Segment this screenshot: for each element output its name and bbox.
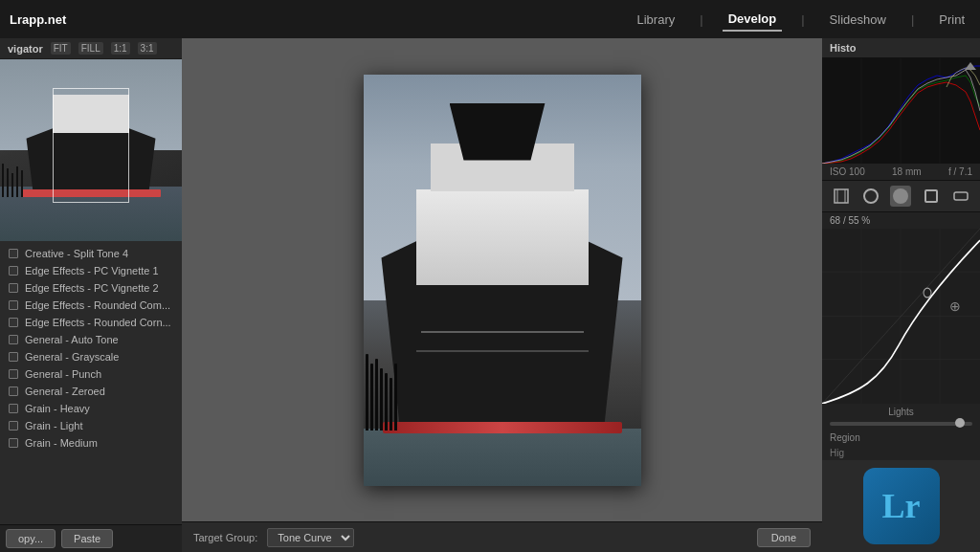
lights-track[interactable] <box>830 422 972 426</box>
spot-removal-icon[interactable] <box>860 186 881 207</box>
list-item[interactable]: Edge Effects - Rounded Com... <box>0 297 182 314</box>
list-item[interactable]: General - Grayscale <box>0 348 182 365</box>
preset-icon <box>8 248 19 259</box>
zoom-3-1[interactable]: 3:1 <box>138 42 157 55</box>
histogram-area <box>822 58 980 164</box>
lights-thumb[interactable] <box>955 418 965 428</box>
nav-tabs: Library | Develop | Slideshow | Print <box>632 8 971 32</box>
list-item[interactable]: Grain - Heavy <box>0 400 182 417</box>
aperture-value: f / 7.1 <box>948 166 972 177</box>
target-label: Target Group: <box>193 532 257 543</box>
top-bar: Lrapp.net Library | Develop | Slideshow … <box>0 0 980 38</box>
navigator-image <box>0 59 182 241</box>
photo-water <box>364 429 641 486</box>
tone-percent: 68 / 55 % <box>822 212 980 229</box>
preset-icon <box>8 265 19 276</box>
preset-icon <box>8 386 19 397</box>
main-image-area[interactable] <box>182 38 822 521</box>
zoom-fill[interactable]: FILL <box>78 42 103 55</box>
list-item[interactable]: General - Zeroed <box>0 383 182 400</box>
list-item[interactable]: Creative - Split Tone 4 <box>0 245 182 262</box>
svg-rect-7 <box>954 192 968 200</box>
histogram-title: Histo <box>822 38 980 58</box>
preset-icon <box>8 334 19 345</box>
nav-sep-3: | <box>911 12 914 27</box>
photo-red-stripe <box>383 422 622 433</box>
clipping-warning-icon[interactable] <box>965 62 976 70</box>
list-item[interactable]: Grain - Light <box>0 417 182 434</box>
target-bar: Target Group: Tone Curve Done <box>182 521 822 552</box>
list-item[interactable]: Edge Effects - PC Vignette 2 <box>0 279 182 297</box>
tone-curve-area[interactable]: ⊕ <box>822 229 980 404</box>
histogram-chart <box>822 58 980 164</box>
list-item[interactable]: General - Punch <box>0 365 182 383</box>
tab-print[interactable]: Print <box>933 9 970 31</box>
preset-icon <box>8 317 19 328</box>
tab-library[interactable]: Library <box>632 9 681 31</box>
lr-logo-text: Lr <box>882 486 921 526</box>
crosshair-icon[interactable]: ⊕ <box>949 298 961 314</box>
preset-icon <box>8 437 19 449</box>
preset-icon <box>8 282 19 294</box>
region-label: Region <box>822 430 980 446</box>
iso-info-bar: ISO 100 18 mm f / 7.1 <box>822 164 980 180</box>
paste-button[interactable]: Paste <box>61 529 113 548</box>
zoom-1-1[interactable]: 1:1 <box>111 42 130 55</box>
nav-sep-1: | <box>700 12 702 27</box>
lr-logo: Lr <box>863 468 940 544</box>
highlights-label: Hig <box>822 446 980 460</box>
list-item[interactable]: Edge Effects - Rounded Corn... <box>0 314 182 331</box>
preset-icon <box>8 368 19 380</box>
iso-value: ISO 100 <box>830 166 865 177</box>
right-panel: Histo <box>822 38 980 552</box>
main-layout: vigator FIT FILL 1:1 3:1 <box>0 38 980 552</box>
radial-filter-icon[interactable] <box>950 186 971 207</box>
list-item[interactable]: Grain - Medium <box>0 434 182 452</box>
svg-rect-4 <box>835 189 848 203</box>
tab-develop[interactable]: Develop <box>723 8 783 32</box>
list-item[interactable]: Edge Effects - PC Vignette 1 <box>0 262 182 279</box>
done-button[interactable]: Done <box>757 528 811 547</box>
tool-row <box>822 180 980 212</box>
copy-button[interactable]: opy... <box>6 529 56 548</box>
target-group-select[interactable]: Tone Curve <box>267 528 354 547</box>
navigator-box <box>53 88 129 203</box>
navigator-title: vigator <box>8 43 43 55</box>
navigator-header: vigator FIT FILL 1:1 3:1 <box>0 38 182 59</box>
presets-list[interactable]: Creative - Split Tone 4 Edge Effects - P… <box>0 241 182 524</box>
list-item[interactable]: General - Auto Tone <box>0 331 182 348</box>
navigator-preview[interactable] <box>0 59 182 241</box>
adjustment-brush-icon[interactable] <box>890 186 911 207</box>
main-photo <box>364 75 641 486</box>
preset-icon <box>8 351 19 363</box>
lights-label: Lights <box>822 404 980 420</box>
app-logo: Lrapp.net <box>10 12 66 27</box>
lights-slider[interactable] <box>822 420 980 430</box>
left-panel: vigator FIT FILL 1:1 3:1 <box>0 38 182 552</box>
crop-tool-icon[interactable] <box>831 186 852 207</box>
nav-sep-2: | <box>801 12 804 27</box>
graduated-filter-icon[interactable] <box>921 186 942 207</box>
center-panel: Target Group: Tone Curve Done <box>182 38 822 552</box>
focal-length: 18 mm <box>892 166 922 177</box>
left-bottom-bar: opy... Paste <box>0 524 182 552</box>
zoom-fit[interactable]: FIT <box>51 42 71 55</box>
tone-curve-chart <box>822 229 980 404</box>
preset-icon <box>8 299 19 311</box>
preset-icon <box>8 403 19 414</box>
preset-icon <box>8 420 19 431</box>
tab-slideshow[interactable]: Slideshow <box>824 9 892 31</box>
